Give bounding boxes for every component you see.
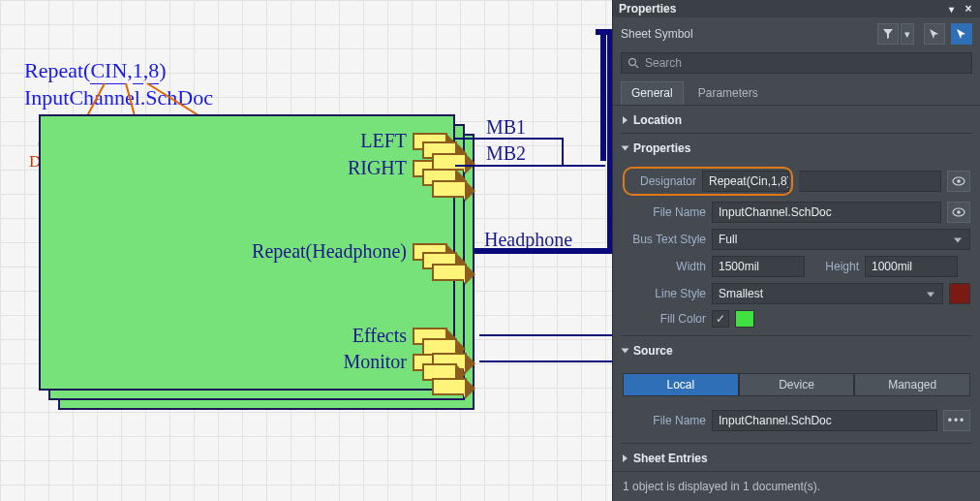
search-input[interactable]: Search (621, 52, 972, 74)
close-icon[interactable]: × (963, 2, 974, 16)
browse-button[interactable]: ••• (943, 410, 970, 431)
select-mode-icon-active[interactable] (951, 23, 972, 45)
height-label: Height (811, 260, 859, 273)
height-input[interactable]: 1000mil (865, 256, 958, 277)
repeat-designator-text: Repeat(CIN,1,8) (24, 58, 167, 84)
tab-general[interactable]: General (621, 81, 684, 105)
pin-icon[interactable]: ▾ (945, 4, 957, 15)
fill-color-swatch[interactable] (735, 310, 754, 328)
line-style-label: Line Style (623, 287, 706, 300)
net-mb1: MB1 (486, 116, 526, 139)
filter-icon[interactable] (877, 23, 899, 45)
section-properties[interactable]: Properties (613, 134, 980, 161)
status-footer: 1 object is displayed in 1 document(s). (613, 471, 980, 501)
schematic-canvas[interactable]: Repeat(CIN,1,8) InputChannel.SchDoc Chan… (0, 0, 612, 501)
svg-line-1 (635, 65, 638, 68)
designator-input[interactable]: Repeat(Cin,1,8) (702, 171, 789, 192)
svg-point-5 (957, 211, 961, 215)
visibility-icon[interactable] (947, 171, 970, 192)
filename-input[interactable]: InputChannel.SchDoc (712, 202, 941, 223)
filter-dropdown[interactable]: ▾ (901, 23, 914, 45)
source-filename-label: File Name (623, 414, 706, 427)
filename-label: File Name (623, 205, 706, 219)
chevron-right-icon (623, 454, 628, 462)
tab-parameters[interactable]: Parameters (688, 81, 769, 105)
select-mode-icon[interactable] (924, 23, 945, 45)
designator-label: Designator (627, 174, 696, 188)
line-style-select[interactable]: Smallest (712, 283, 943, 304)
line-color-swatch[interactable] (949, 283, 970, 304)
component-type-label: Sheet Symbol (621, 27, 872, 41)
section-source[interactable]: Source (613, 336, 980, 363)
source-local-button[interactable]: Local (623, 373, 739, 396)
section-sheet-entries[interactable]: Sheet Entries (613, 444, 980, 471)
svg-point-0 (629, 59, 636, 66)
source-device-button[interactable]: Device (739, 373, 855, 396)
visibility-icon[interactable] (947, 202, 970, 223)
panel-header: Properties ▾ × (613, 0, 980, 17)
fill-color-checkbox[interactable]: ✓ (712, 310, 729, 328)
fill-color-label: Fill Color (623, 312, 706, 326)
width-label: Width (623, 260, 706, 273)
section-location[interactable]: Location (613, 106, 980, 133)
search-icon (628, 57, 639, 69)
chevron-down-icon (622, 349, 629, 354)
chevron-right-icon (623, 116, 628, 124)
bus-text-style-select[interactable]: Full (712, 229, 970, 250)
port-right[interactable]: RIGHT (242, 157, 447, 179)
width-input[interactable]: 1500mil (712, 256, 805, 277)
source-segmented-control: Local Device Managed (623, 373, 970, 396)
tabs: General Parameters (613, 81, 980, 106)
port-effects[interactable]: Effects (242, 325, 447, 347)
svg-point-3 (957, 180, 961, 184)
bus-text-style-label: Bus Text Style (623, 233, 706, 246)
source-filename-input[interactable]: InputChannel.SchDoc (712, 410, 937, 431)
chevron-down-icon (622, 146, 629, 151)
panel-title: Properties (619, 2, 939, 16)
port-headphone[interactable]: Repeat(Headphone) (242, 240, 447, 263)
port-left[interactable]: LEFT (242, 130, 447, 152)
net-mb2: MB2 (486, 142, 526, 165)
port-monitor[interactable]: Monitor (242, 351, 447, 373)
properties-panel: Properties ▾ × Sheet Symbol ▾ Search Gen… (612, 0, 980, 501)
source-managed-button[interactable]: Managed (854, 373, 970, 396)
